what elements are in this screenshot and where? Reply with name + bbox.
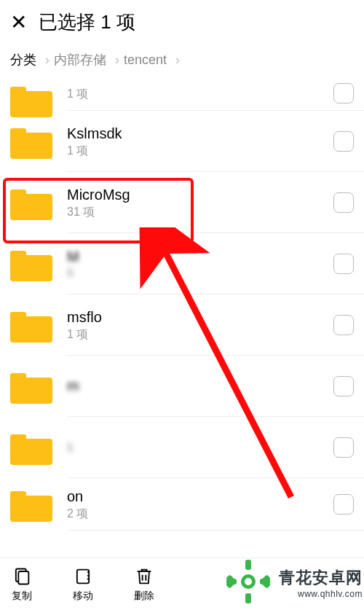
chevron-right-icon: › — [45, 52, 50, 68]
checkbox[interactable] — [333, 131, 354, 152]
folder-list: 1 项 Kslmsdk 1 项 MicroMsg 31 项 M 6 — [0, 76, 364, 531]
checkbox[interactable] — [333, 315, 354, 335]
breadcrumb-item[interactable]: 分类 — [10, 51, 36, 69]
breadcrumb-item[interactable]: 内部存储 — [54, 51, 106, 69]
folder-sub: 2 项 — [67, 507, 333, 522]
checkbox[interactable] — [333, 437, 354, 458]
copy-action[interactable]: 复制 — [12, 566, 32, 603]
folder-sub: 31 项 — [67, 205, 333, 220]
delete-label: 删除 — [134, 590, 154, 603]
list-item[interactable]: msflo 1 项 — [0, 294, 364, 356]
list-item[interactable]: 5 — [0, 417, 364, 478]
folder-icon — [10, 369, 52, 404]
chevron-right-icon: › — [115, 52, 119, 68]
watermark-text: 青花安卓网 www.qhhlv.com — [279, 567, 363, 599]
move-action[interactable]: 移动 — [73, 566, 93, 603]
folder-icon — [10, 308, 52, 343]
title-text: 已选择 1 项 — [39, 9, 135, 35]
checkbox[interactable] — [333, 83, 354, 103]
chevron-right-icon: › — [175, 52, 180, 68]
checkbox[interactable] — [333, 254, 354, 274]
folder-icon — [10, 246, 52, 281]
folder-name: M — [67, 248, 333, 265]
close-icon[interactable]: ✕ — [10, 10, 27, 34]
list-item[interactable]: MicroMsg 31 项 — [0, 172, 364, 233]
title-bar: ✕ 已选择 1 项 — [0, 0, 364, 44]
folder-icon — [10, 430, 52, 465]
folder-icon — [10, 487, 52, 522]
watermark-url: www.qhhlv.com — [298, 589, 363, 599]
watermark-chinese: 青花安卓网 — [279, 567, 363, 589]
folder-sub: 1 项 — [67, 87, 333, 102]
svg-rect-6 — [245, 560, 251, 570]
list-item[interactable]: on 2 项 — [0, 478, 364, 531]
checkbox[interactable] — [333, 192, 354, 213]
list-item[interactable]: Kslmsdk 1 项 — [0, 111, 364, 172]
list-item[interactable]: M 6 — [0, 233, 364, 294]
folder-icon — [10, 124, 52, 159]
folder-name: m — [67, 377, 333, 394]
list-item[interactable]: m — [0, 356, 364, 417]
svg-rect-2 — [18, 571, 28, 584]
copy-label: 复制 — [12, 590, 32, 603]
move-label: 移动 — [73, 590, 93, 603]
breadcrumb-item[interactable]: tencent — [124, 52, 167, 68]
delete-action[interactable]: 删除 — [134, 566, 154, 603]
folder-sub: 1 项 — [67, 144, 333, 159]
watermark-logo-icon — [223, 556, 274, 607]
folder-icon — [10, 185, 52, 220]
checkbox[interactable] — [333, 494, 354, 515]
folder-icon — [10, 82, 52, 104]
folder-name: Kslmsdk — [67, 125, 333, 142]
svg-rect-7 — [245, 593, 251, 603]
breadcrumb: 分类 › 内部存储 › tencent › — [0, 44, 364, 76]
folder-sub: 6 — [67, 267, 333, 280]
list-item[interactable]: 1 项 — [0, 76, 364, 111]
folder-sub: 1 项 — [67, 327, 333, 343]
folder-name: MicroMsg — [67, 186, 333, 203]
folder-name: on — [67, 488, 333, 505]
folder-name: msflo — [67, 308, 333, 326]
svg-point-5 — [245, 578, 252, 585]
checkbox[interactable] — [333, 376, 354, 396]
svg-rect-3 — [77, 569, 89, 583]
folder-sub: 5 — [67, 442, 333, 455]
